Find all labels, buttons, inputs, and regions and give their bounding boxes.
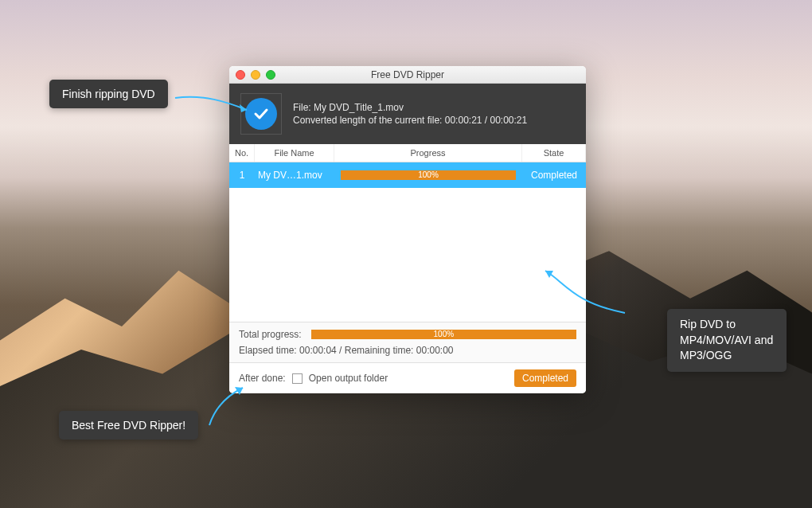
open-folder-checkbox[interactable]	[292, 373, 303, 384]
callout-best: Best Free DVD Ripper!	[59, 411, 198, 440]
total-progress-bar: 100%	[311, 330, 576, 339]
svg-marker-1	[545, 271, 553, 278]
after-done-left: After done: Open output folder	[239, 373, 388, 384]
col-progress: Progress	[334, 144, 522, 162]
list-empty-area	[229, 188, 586, 322]
svg-marker-0	[240, 104, 247, 112]
total-progress-row: Total progress: 100%	[239, 329, 576, 340]
open-folder-label: Open output folder	[309, 373, 388, 384]
app-window: Free DVD Ripper File: My DVD_Title_1.mov…	[229, 66, 586, 393]
elapsed-time: Elapsed time: 00:00:04 / Remaining time:…	[239, 345, 576, 356]
arrow-icon	[203, 384, 251, 432]
arrow-icon	[541, 267, 637, 322]
footer-panel: Total progress: 100% Elapsed time: 00:00…	[229, 322, 586, 362]
header-text: File: My DVD_Title_1.mov Converted lengt…	[293, 100, 527, 127]
col-state: State	[522, 144, 586, 162]
completed-button[interactable]: Completed	[514, 369, 576, 387]
table-row[interactable]: 1 My DV…1.mov 100% Completed	[229, 162, 586, 188]
row-no: 1	[229, 170, 255, 181]
progress-label: 100%	[341, 170, 516, 180]
row-state: Completed	[522, 170, 586, 181]
progress-bar: 100%	[341, 170, 516, 180]
titlebar[interactable]: Free DVD Ripper	[229, 66, 586, 84]
total-progress-label: 100%	[311, 330, 576, 339]
header-panel: File: My DVD_Title_1.mov Converted lengt…	[229, 84, 586, 144]
total-label: Total progress:	[239, 329, 302, 340]
after-done-row: After done: Open output folder Completed	[229, 362, 586, 393]
file-label: File: My DVD_Title_1.mov	[293, 102, 527, 113]
table-header: No. File Name Progress State	[229, 144, 586, 162]
arrow-icon	[171, 90, 256, 122]
window-title: Free DVD Ripper	[229, 69, 586, 80]
row-progress: 100%	[334, 170, 522, 180]
after-done-label: After done:	[239, 373, 286, 384]
col-no: No.	[229, 144, 255, 162]
callout-rip: Rip DVD to MP4/MOV/AVI and MP3/OGG	[667, 309, 787, 372]
col-name: File Name	[255, 144, 334, 162]
converted-label: Converted length of the current file: 00…	[293, 115, 527, 126]
callout-finish: Finish ripping DVD	[49, 80, 168, 108]
row-filename: My DV…1.mov	[255, 170, 334, 181]
